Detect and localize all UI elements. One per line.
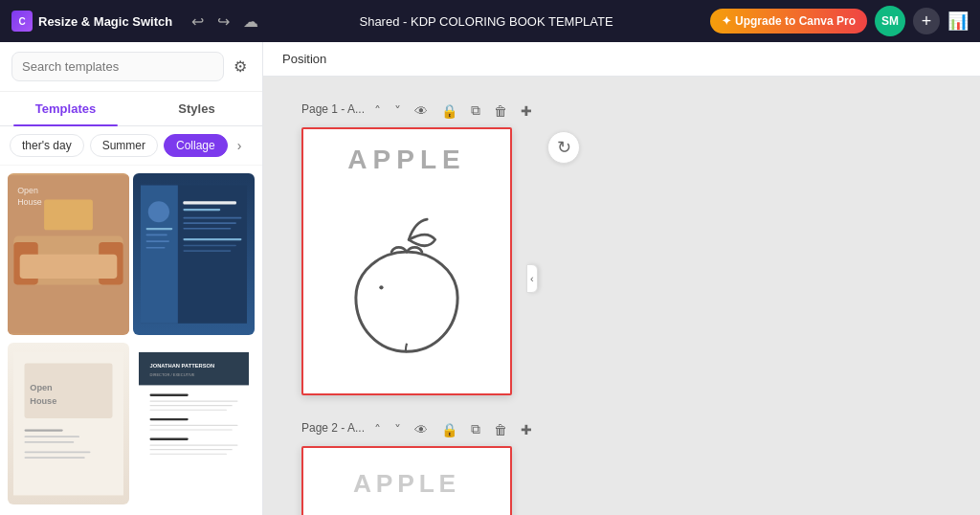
template-card-1[interactable]: Open House xyxy=(8,173,129,335)
page-2-add-button[interactable]: ✚ xyxy=(517,419,536,440)
document-title: Shared - KDP COLORING BOOK TEMPLATE xyxy=(272,14,701,29)
svg-rect-12 xyxy=(146,235,167,236)
page-1-add-button[interactable]: ✚ xyxy=(517,101,536,122)
avatar[interactable]: SM xyxy=(875,6,905,36)
page-2-canvas[interactable]: APPLE xyxy=(301,446,512,515)
svg-text:DIRECTOR / EXECUTIVE: DIRECTOR / EXECUTIVE xyxy=(150,372,195,377)
trash-icon: 🗑 xyxy=(494,103,507,119)
copy-icon: ⧉ xyxy=(471,102,480,119)
tab-templates-label: Templates xyxy=(35,101,96,116)
trash-icon-2: 🗑 xyxy=(494,422,507,437)
search-input[interactable] xyxy=(11,52,224,81)
avatar-initials: SM xyxy=(881,14,899,28)
svg-text:House: House xyxy=(30,395,56,405)
chip-summer[interactable]: Summer xyxy=(90,134,158,157)
tabs-row: Templates Styles xyxy=(0,92,262,126)
analytics-button[interactable]: 📊 xyxy=(947,11,969,32)
page-2-chevron-down[interactable]: ˅ xyxy=(390,419,405,440)
logo: C Resize & Magic Switch xyxy=(11,11,172,32)
page-2-visibility-button[interactable]: 👁 xyxy=(411,419,432,440)
svg-rect-18 xyxy=(183,222,236,224)
svg-text:APPLE: APPLE xyxy=(353,469,460,498)
search-bar: ⚙ xyxy=(0,42,262,92)
page-2-label: Page 2 - A... xyxy=(301,421,365,435)
template-card-3[interactable]: Open House xyxy=(8,343,129,504)
redo-icon: ↪ xyxy=(217,12,230,31)
svg-rect-30 xyxy=(25,451,91,453)
svg-rect-4 xyxy=(20,255,118,279)
collapse-icon: ‹ xyxy=(530,273,534,284)
eye-icon-2: 👁 xyxy=(414,422,428,437)
svg-rect-43 xyxy=(150,437,189,439)
chip-mothers-day-label: ther's day xyxy=(22,139,72,152)
template-card-4[interactable]: JONATHAN PATTERSON DIRECTOR / EXECUTIVE xyxy=(133,343,255,504)
chevron-up-icon-2: ˄ xyxy=(374,422,381,437)
upgrade-button[interactable]: ✦ Upgrade to Canva Pro xyxy=(710,9,867,34)
upgrade-label: Upgrade to Canva Pro xyxy=(735,14,856,28)
page-2-chevron-up[interactable]: ˄ xyxy=(370,419,385,440)
svg-text:Open: Open xyxy=(17,186,38,195)
page-1-chevron-up[interactable]: ˄ xyxy=(370,101,385,122)
svg-text:House: House xyxy=(17,197,42,207)
position-toolbar: Position xyxy=(263,42,980,77)
chips-next-button[interactable]: › xyxy=(234,136,246,155)
page-1-canvas[interactable]: APPLE xyxy=(301,127,512,395)
svg-rect-22 xyxy=(183,250,231,252)
page-1-chevron-down[interactable]: ˅ xyxy=(390,101,405,122)
chip-mothers-day[interactable]: ther's day xyxy=(10,134,84,157)
page-1-canvas-container: APPLE xyxy=(301,127,536,395)
star-icon: ✦ xyxy=(722,14,731,28)
page-1-header-row: Page 1 - A... ˄ ˅ 👁 🔒 xyxy=(301,100,536,122)
page-1-copy-button[interactable]: ⧉ xyxy=(467,100,484,122)
page-1-refresh-button[interactable]: ↻ xyxy=(547,131,580,164)
lock-icon: 🔒 xyxy=(441,103,457,119)
topbar: C Resize & Magic Switch ↩ ↪ ☁ Shared - K… xyxy=(0,0,980,42)
svg-rect-40 xyxy=(150,417,189,419)
left-panel: ⚙ Templates Styles ther's day Summer Col… xyxy=(0,42,263,515)
svg-rect-17 xyxy=(183,217,241,219)
page-1-delete-button[interactable]: 🗑 xyxy=(490,101,511,122)
tab-styles[interactable]: Styles xyxy=(131,92,262,125)
page-2-wrapper: Page 2 - A... ˄ ˅ 👁 🔒 xyxy=(301,418,536,515)
chevron-down-icon-2: ˅ xyxy=(394,422,401,437)
filter-button[interactable]: ⚙ xyxy=(230,54,251,79)
svg-rect-42 xyxy=(150,429,233,430)
svg-rect-46 xyxy=(150,453,228,454)
logo-icon: C xyxy=(11,11,33,32)
svg-rect-41 xyxy=(150,424,238,425)
apple-drawing xyxy=(325,183,488,382)
svg-rect-15 xyxy=(183,201,236,204)
undo-button[interactable]: ↩ xyxy=(188,9,208,34)
tab-templates[interactable]: Templates xyxy=(0,92,131,125)
panel-collapse-button[interactable]: ‹ xyxy=(526,264,538,293)
svg-rect-44 xyxy=(150,444,238,445)
chip-collage[interactable]: Collage xyxy=(164,134,228,157)
svg-rect-28 xyxy=(25,436,80,437)
undo-icon: ↩ xyxy=(191,12,204,31)
logo-text: Resize & Magic Switch xyxy=(38,14,172,29)
content-area: Position Page 1 - A... ˄ ˅ xyxy=(263,42,980,515)
apple-title: APPLE xyxy=(347,145,465,175)
svg-rect-37 xyxy=(150,400,238,401)
svg-rect-29 xyxy=(25,441,75,443)
redo-button[interactable]: ↪ xyxy=(213,9,234,34)
cloud-button[interactable]: ☁ xyxy=(239,9,262,34)
svg-rect-19 xyxy=(183,228,231,230)
svg-text:Open: Open xyxy=(30,383,53,392)
svg-rect-20 xyxy=(183,238,241,240)
svg-rect-27 xyxy=(25,429,63,431)
lock-icon-2: 🔒 xyxy=(441,422,457,437)
svg-rect-31 xyxy=(25,457,85,459)
template-card-2[interactable] xyxy=(133,173,255,335)
svg-rect-21 xyxy=(183,245,236,247)
page-2-lock-button[interactable]: 🔒 xyxy=(437,419,461,440)
add-icon: ✚ xyxy=(521,103,532,119)
add-icon-2: ✚ xyxy=(521,422,532,437)
page-1-visibility-button[interactable]: 👁 xyxy=(411,101,432,122)
add-collaborator-button[interactable]: + xyxy=(913,8,940,34)
filter-icon: ⚙ xyxy=(234,58,247,75)
page-1-lock-button[interactable]: 🔒 xyxy=(437,101,461,122)
page-2-delete-button[interactable]: 🗑 xyxy=(490,419,511,440)
page-2-copy-button[interactable]: ⧉ xyxy=(467,418,484,440)
svg-point-47 xyxy=(379,285,383,289)
